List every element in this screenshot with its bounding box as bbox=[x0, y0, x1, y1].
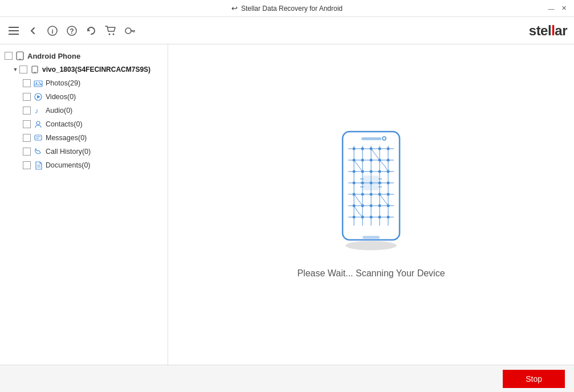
documents-label: Documents(0) bbox=[46, 161, 91, 169]
android-phone-label: Android Phone bbox=[27, 52, 80, 60]
svg-point-69 bbox=[387, 193, 390, 196]
sidebar-item-documents[interactable]: Documents(0) bbox=[0, 158, 168, 172]
messages-label: Messages(0) bbox=[46, 134, 87, 142]
phone-icon bbox=[15, 51, 25, 61]
scanning-text: Please Wait... Scanning Your Device bbox=[297, 268, 445, 279]
svg-point-9 bbox=[125, 28, 131, 34]
device-checkbox[interactable] bbox=[19, 66, 27, 74]
messages-icon bbox=[33, 133, 43, 143]
svg-point-73 bbox=[378, 205, 381, 207]
svg-text:i: i bbox=[51, 27, 53, 34]
sidebar-item-messages[interactable]: Messages(0) bbox=[0, 131, 168, 145]
svg-marker-20 bbox=[37, 95, 40, 99]
svg-point-77 bbox=[370, 216, 373, 219]
videos-checkbox[interactable] bbox=[23, 93, 31, 101]
title-icon: ↩ bbox=[231, 4, 238, 13]
call-history-checkbox[interactable] bbox=[23, 148, 31, 156]
svg-point-79 bbox=[387, 216, 390, 219]
svg-point-45 bbox=[353, 148, 356, 150]
sidebar-item-device[interactable]: ▼ vivo_1803(S4FECINRCACM7S9S) bbox=[0, 63, 168, 76]
android-phone-checkbox[interactable] bbox=[5, 52, 13, 60]
hamburger-icon[interactable] bbox=[7, 24, 21, 38]
photos-checkbox[interactable] bbox=[23, 79, 31, 87]
photos-label: Photos(29) bbox=[46, 79, 80, 87]
svg-point-72 bbox=[370, 205, 373, 207]
svg-rect-32 bbox=[363, 236, 380, 239]
svg-point-46 bbox=[361, 148, 364, 150]
svg-rect-30 bbox=[361, 137, 381, 140]
svg-point-54 bbox=[387, 159, 390, 162]
help-icon[interactable]: ? bbox=[65, 24, 79, 38]
svg-point-28 bbox=[345, 241, 397, 250]
svg-point-60 bbox=[353, 182, 356, 185]
svg-point-18 bbox=[36, 82, 38, 84]
svg-point-48 bbox=[378, 148, 381, 150]
svg-rect-13 bbox=[17, 52, 23, 60]
main-content: Android Phone ▼ vivo_1803(S4FECINRCACM7S… bbox=[0, 44, 574, 365]
videos-label: Videos(0) bbox=[46, 93, 76, 101]
svg-rect-15 bbox=[32, 66, 38, 73]
svg-point-49 bbox=[387, 148, 390, 150]
audio-label: Audio(0) bbox=[46, 107, 72, 115]
svg-point-66 bbox=[361, 193, 364, 196]
svg-point-78 bbox=[378, 216, 381, 219]
cart-icon[interactable] bbox=[104, 24, 117, 38]
sidebar: Android Phone ▼ vivo_1803(S4FECINRCACM7S… bbox=[0, 44, 168, 365]
refresh-icon[interactable] bbox=[84, 24, 98, 38]
sidebar-item-photos[interactable]: Photos(29) bbox=[0, 76, 168, 90]
svg-point-7 bbox=[109, 33, 111, 35]
audio-checkbox[interactable] bbox=[23, 107, 31, 115]
sidebar-item-audio[interactable]: ♪ Audio(0) bbox=[0, 104, 168, 117]
contacts-label: Contacts(0) bbox=[46, 120, 83, 128]
logo-accent: l bbox=[551, 23, 555, 38]
toolbar: i ? stellar bbox=[0, 17, 574, 44]
sidebar-item-contacts[interactable]: Contacts(0) bbox=[0, 117, 168, 131]
info-icon[interactable]: i bbox=[46, 24, 59, 38]
svg-point-52 bbox=[370, 159, 373, 162]
svg-point-67 bbox=[370, 193, 373, 196]
window-title: Stellar Data Recovery for Android bbox=[241, 5, 343, 13]
svg-point-51 bbox=[361, 159, 364, 162]
svg-point-57 bbox=[370, 170, 373, 173]
svg-point-75 bbox=[353, 216, 356, 219]
sidebar-item-videos[interactable]: Videos(0) bbox=[0, 90, 168, 104]
call-history-icon bbox=[33, 146, 43, 157]
svg-point-64 bbox=[387, 182, 390, 185]
svg-rect-1 bbox=[9, 30, 19, 31]
svg-point-55 bbox=[353, 170, 356, 173]
contacts-icon bbox=[33, 119, 43, 129]
svg-rect-80 bbox=[364, 176, 378, 190]
call-history-label: Call History(0) bbox=[46, 148, 91, 156]
key-icon[interactable] bbox=[123, 24, 137, 38]
svg-rect-17 bbox=[34, 81, 42, 87]
videos-icon bbox=[33, 92, 43, 102]
device-icon bbox=[30, 64, 40, 75]
svg-point-8 bbox=[113, 33, 115, 35]
svg-rect-2 bbox=[9, 34, 19, 35]
photos-icon bbox=[33, 78, 43, 88]
svg-text:♪: ♪ bbox=[35, 107, 39, 115]
minimize-button[interactable]: — bbox=[545, 3, 557, 14]
svg-rect-23 bbox=[35, 135, 42, 140]
audio-icon: ♪ bbox=[33, 105, 43, 116]
bottom-bar: Stop bbox=[0, 365, 574, 392]
documents-checkbox[interactable] bbox=[23, 161, 31, 169]
documents-icon bbox=[33, 160, 43, 170]
messages-checkbox[interactable] bbox=[23, 134, 31, 142]
phone-illustration bbox=[334, 126, 408, 251]
center-panel: Please Wait... Scanning Your Device bbox=[168, 44, 574, 365]
svg-text:?: ? bbox=[70, 27, 74, 35]
close-button[interactable]: ✕ bbox=[558, 3, 569, 14]
device-expand-arrow: ▼ bbox=[11, 66, 19, 74]
device-label: vivo_1803(S4FECINRCACM7S9S) bbox=[42, 66, 150, 74]
title-bar: ↩ Stellar Data Recovery for Android — ✕ bbox=[0, 0, 574, 17]
svg-point-22 bbox=[36, 121, 40, 125]
contacts-checkbox[interactable] bbox=[23, 120, 31, 128]
svg-point-58 bbox=[378, 170, 381, 173]
stellar-logo: stellar bbox=[529, 23, 567, 39]
svg-rect-0 bbox=[9, 27, 19, 28]
sidebar-item-call-history[interactable]: Call History(0) bbox=[0, 145, 168, 158]
stop-button[interactable]: Stop bbox=[503, 370, 565, 388]
sidebar-item-android-phone[interactable]: Android Phone bbox=[0, 49, 168, 63]
back-icon[interactable] bbox=[26, 24, 40, 38]
